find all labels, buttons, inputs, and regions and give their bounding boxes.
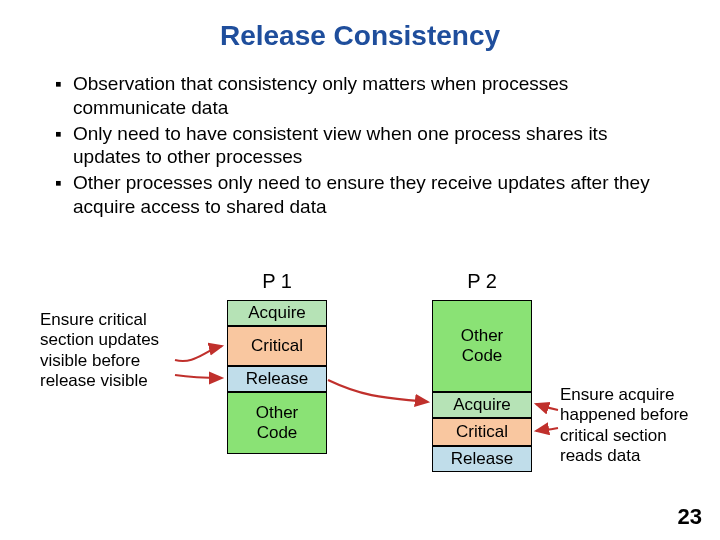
- slide-title: Release Consistency: [0, 20, 720, 52]
- p2-other: Other Code: [432, 300, 532, 392]
- bullet-text: Observation that consistency only matter…: [73, 72, 665, 120]
- bullet-item: ▪ Other processes only need to ensure th…: [55, 171, 665, 219]
- bullet-item: ▪ Only need to have consistent view when…: [55, 122, 665, 170]
- col-header-p2: P 2: [430, 270, 534, 293]
- bullet-item: ▪ Observation that consistency only matt…: [55, 72, 665, 120]
- left-note: Ensure critical section updates visible …: [40, 310, 175, 392]
- bullet-text: Other processes only need to ensure they…: [73, 171, 665, 219]
- p1-other: Other Code: [227, 392, 327, 454]
- bullet-marker: ▪: [55, 171, 73, 219]
- bullet-marker: ▪: [55, 122, 73, 170]
- p2-acquire: Acquire: [432, 392, 532, 418]
- bullet-text: Only need to have consistent view when o…: [73, 122, 665, 170]
- p2-critical: Critical: [432, 418, 532, 446]
- p1-critical: Critical: [227, 326, 327, 366]
- p1-release: Release: [227, 366, 327, 392]
- diagram: P 1 P 2 Acquire Critical Release Other C…: [0, 270, 720, 520]
- right-note: Ensure acquire happened before critical …: [560, 385, 695, 467]
- col-header-p1: P 1: [225, 270, 329, 293]
- p1-acquire: Acquire: [227, 300, 327, 326]
- bullet-list: ▪ Observation that consistency only matt…: [55, 72, 665, 219]
- bullet-marker: ▪: [55, 72, 73, 120]
- p2-release: Release: [432, 446, 532, 472]
- page-number: 23: [678, 504, 702, 530]
